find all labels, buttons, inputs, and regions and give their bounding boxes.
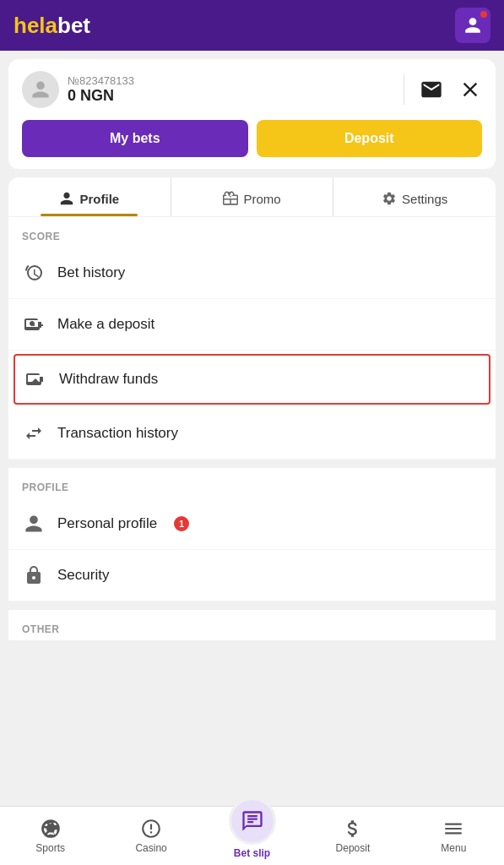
make-deposit-item[interactable]: Make a deposit [8, 299, 496, 351]
personal-profile-badge: 1 [174, 516, 189, 531]
nav-sports-label: Sports [35, 842, 65, 854]
security-label: Security [57, 567, 109, 584]
bet-history-item[interactable]: Bet history [8, 248, 496, 299]
nav-deposit-label: Deposit [336, 842, 371, 854]
avatar [22, 71, 59, 108]
sports-icon [40, 818, 62, 840]
deposit-button[interactable]: Deposit [257, 120, 483, 157]
nav-sports[interactable]: Sports [0, 818, 100, 854]
security-icon [22, 563, 46, 587]
tab-promo-label: Promo [243, 192, 280, 206]
section-divider-1 [8, 460, 496, 468]
nav-casino[interactable]: Casino [100, 818, 201, 854]
account-card: №823478133 0 NGN My bets Deposit [8, 59, 496, 169]
nav-casino-label: Casino [135, 842, 166, 854]
my-bets-button[interactable]: My bets [22, 120, 248, 157]
profile-tab-icon [59, 191, 74, 206]
bet-slip-icon [241, 809, 264, 833]
close-icon[interactable] [458, 78, 482, 101]
tabs-section: Profile Promo Settings [8, 177, 496, 217]
nav-menu-label: Menu [441, 842, 466, 854]
divider [404, 74, 404, 105]
account-number: №823478133 [68, 74, 134, 87]
header-avatar-button[interactable] [455, 8, 490, 43]
account-user: №823478133 0 NGN [22, 71, 134, 108]
personal-profile-item[interactable]: Personal profile 1 [8, 498, 496, 550]
casino-icon [140, 818, 162, 840]
nav-menu[interactable]: Menu [404, 818, 504, 854]
menu-icon [442, 818, 464, 840]
header: helabet [0, 0, 504, 51]
transaction-history-label: Transaction history [57, 425, 178, 442]
tab-profile-label: Profile [79, 192, 119, 206]
account-top: №823478133 0 NGN [22, 71, 482, 108]
nav-bet-slip[interactable]: Bet slip [202, 813, 302, 859]
bet-history-label: Bet history [57, 264, 125, 281]
logo-hela: hela [14, 13, 57, 39]
make-deposit-label: Make a deposit [57, 316, 154, 333]
withdraw-funds-label: Withdraw funds [59, 371, 158, 388]
user-icon [463, 16, 482, 35]
withdraw-funds-item[interactable]: Withdraw funds [14, 354, 490, 405]
bet-history-icon [22, 261, 46, 285]
nav-bet-slip-label: Bet slip [234, 847, 270, 859]
logo: helabet [14, 13, 90, 39]
transaction-history-icon [22, 422, 46, 445]
make-deposit-icon [22, 313, 46, 336]
tab-settings[interactable]: Settings [333, 177, 496, 216]
deposit-nav-icon [342, 818, 364, 840]
tab-profile[interactable]: Profile [8, 177, 171, 216]
profile-section: PROFILE Personal profile 1 Security [8, 468, 496, 601]
tab-settings-label: Settings [402, 192, 447, 206]
message-icon[interactable] [420, 78, 443, 101]
transaction-history-item[interactable]: Transaction history [8, 408, 496, 460]
personal-profile-label: Personal profile [57, 515, 157, 532]
nav-deposit[interactable]: Deposit [302, 818, 403, 854]
settings-tab-icon [382, 191, 397, 206]
section-divider-2 [8, 601, 496, 610]
bottom-nav: Sports Casino Bet slip Deposit Menu [0, 806, 504, 865]
other-section-label: OTHER [8, 610, 496, 640]
account-buttons: My bets Deposit [22, 120, 482, 157]
page-content: №823478133 0 NGN My bets Deposit [0, 59, 504, 699]
personal-profile-icon [22, 512, 46, 536]
security-item[interactable]: Security [8, 550, 496, 601]
score-section-label: SCORE [8, 217, 496, 248]
bet-slip-center-btn[interactable] [229, 797, 276, 845]
score-section: SCORE Bet history Make a deposit [8, 217, 496, 460]
tabs-row: Profile Promo Settings [8, 177, 496, 217]
promo-tab-icon [223, 191, 238, 206]
account-info: №823478133 0 NGN [68, 74, 134, 105]
account-balance: 0 NGN [68, 87, 134, 105]
withdraw-funds-icon [24, 367, 47, 391]
logo-bet: bet [57, 13, 90, 39]
avatar-icon [30, 79, 51, 100]
tab-promo[interactable]: Promo [171, 177, 334, 216]
profile-section-label: PROFILE [8, 468, 496, 498]
account-actions [404, 74, 482, 105]
